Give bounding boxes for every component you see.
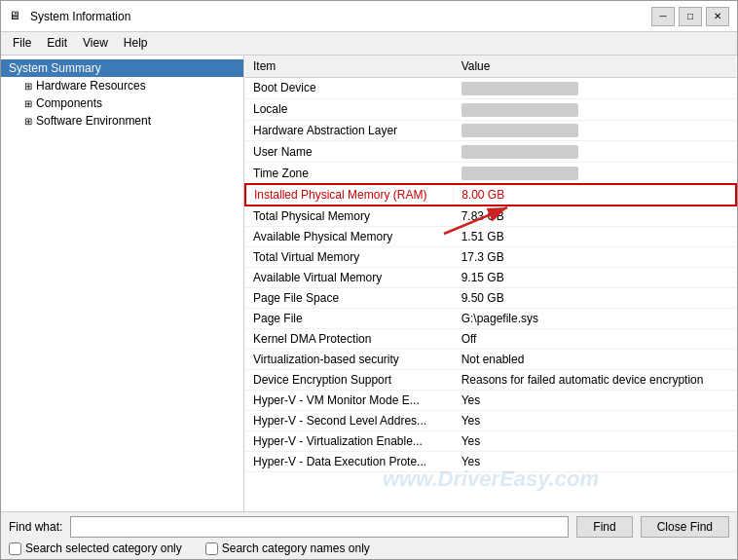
sidebar-label-components: Components: [36, 96, 102, 110]
cell-item-13: Virtualization-based security: [245, 350, 454, 370]
table-row[interactable]: Total Physical Memory7.83 GB: [245, 205, 736, 227]
cell-value-12: Off: [454, 329, 736, 350]
cell-item-8: Total Virtual Memory: [245, 247, 454, 268]
table-row[interactable]: Hyper-V - Virtualization Enable...Yes: [245, 431, 736, 452]
cell-item-17: Hyper-V - Virtualization Enable...: [245, 431, 454, 452]
search-names-text: Search category names only: [222, 541, 370, 555]
table-row[interactable]: Available Virtual Memory9.15 GB: [245, 268, 736, 288]
cell-value-6: 7.83 GB: [454, 205, 736, 227]
search-names-checkbox[interactable]: [205, 542, 218, 555]
sidebar-item-system-summary[interactable]: System Summary: [1, 59, 243, 77]
find-label: Find what:: [9, 520, 62, 534]
table-row[interactable]: Page File Space9.50 GB: [245, 288, 736, 309]
data-table: Item Value Boot Device█████████████Local…: [244, 56, 737, 472]
cell-value-8: 17.3 GB: [454, 247, 736, 268]
table-container: Item Value Boot Device█████████████Local…: [244, 56, 737, 511]
app-icon: 🖥: [9, 9, 24, 24]
table-body: Boot Device█████████████Locale██████████…: [245, 78, 736, 472]
find-input[interactable]: [70, 516, 569, 538]
search-names-label[interactable]: Search category names only: [205, 541, 370, 555]
cell-item-12: Kernel DMA Protection: [245, 329, 454, 350]
expand-icon-software-environment: ⊞: [24, 116, 36, 127]
cell-value-0: █████████████: [454, 78, 736, 99]
menu-item-help[interactable]: Help: [116, 34, 156, 53]
cell-item-0: Boot Device: [245, 78, 454, 99]
cell-item-18: Hyper-V - Data Execution Prote...: [245, 452, 454, 472]
table-row[interactable]: Kernel DMA ProtectionOff: [245, 329, 736, 350]
main-content: System Summary⊞ Hardware Resources⊞ Comp…: [1, 56, 737, 511]
col-item: Item: [245, 56, 454, 78]
checkbox-row: Search selected category only Search cat…: [9, 541, 729, 555]
table-row[interactable]: Device Encryption SupportReasons for fai…: [245, 370, 736, 391]
expand-icon-components: ⊞: [24, 98, 36, 109]
expand-icon-hardware-resources: ⊞: [24, 81, 36, 92]
cell-value-16: Yes: [454, 411, 736, 431]
cell-item-2: Hardware Abstraction Layer: [245, 120, 454, 141]
menu-item-view[interactable]: View: [75, 34, 116, 53]
blurred-value: █████████████: [461, 82, 578, 95]
menu-bar: FileEditViewHelp: [1, 32, 737, 56]
cell-value-2: █████████████: [454, 120, 736, 141]
cell-item-5: Installed Physical Memory (RAM): [245, 184, 454, 205]
table-header: Item Value: [245, 56, 736, 78]
window-title: System Information: [30, 10, 130, 23]
table-row[interactable]: Time Zone█████████████: [245, 163, 736, 184]
cell-item-10: Page File Space: [245, 288, 454, 309]
blurred-value: █████████████: [461, 167, 578, 180]
menu-item-file[interactable]: File: [5, 34, 39, 53]
cell-value-14: Reasons for failed automatic device encr…: [454, 370, 736, 391]
table-row[interactable]: Virtualization-based securityNot enabled: [245, 350, 736, 370]
table-row[interactable]: Available Physical Memory1.51 GB: [245, 227, 736, 247]
cell-item-11: Page File: [245, 309, 454, 329]
cell-item-6: Total Physical Memory: [245, 205, 454, 227]
main-window: 🖥 System Information ─ □ ✕ FileEditViewH…: [0, 0, 738, 560]
maximize-button[interactable]: □: [679, 7, 702, 26]
sidebar-item-software-environment[interactable]: ⊞ Software Environment: [1, 112, 243, 130]
right-panel: Item Value Boot Device█████████████Local…: [244, 56, 737, 511]
cell-value-13: Not enabled: [454, 350, 736, 370]
status-bar: Find what: Find Close Find Search select…: [1, 511, 737, 559]
cell-value-7: 1.51 GB: [454, 227, 736, 247]
table-row[interactable]: Boot Device█████████████: [245, 78, 736, 99]
search-selected-checkbox[interactable]: [9, 542, 21, 555]
sidebar-item-hardware-resources[interactable]: ⊞ Hardware Resources: [1, 77, 243, 94]
close-button[interactable]: ✕: [706, 7, 729, 26]
cell-value-11: G:\pagefile.sys: [454, 309, 736, 329]
search-selected-text: Search selected category only: [25, 541, 182, 555]
blurred-value: █████████████: [461, 103, 578, 117]
cell-value-3: █████████████: [454, 141, 736, 163]
cell-value-9: 9.15 GB: [454, 268, 736, 288]
table-row[interactable]: Hyper-V - Second Level Addres...Yes: [245, 411, 736, 431]
cell-value-10: 9.50 GB: [454, 288, 736, 309]
table-row[interactable]: Total Virtual Memory17.3 GB: [245, 247, 736, 268]
cell-item-15: Hyper-V - VM Monitor Mode E...: [245, 391, 454, 411]
find-button[interactable]: Find: [576, 516, 632, 538]
cell-item-1: Locale: [245, 98, 454, 120]
cell-value-5: 8.00 GB: [454, 184, 736, 205]
blurred-value: █████████████: [461, 124, 578, 137]
cell-item-14: Device Encryption Support: [245, 370, 454, 391]
menu-item-edit[interactable]: Edit: [39, 34, 75, 53]
cell-value-15: Yes: [454, 391, 736, 411]
table-row[interactable]: Hyper-V - Data Execution Prote...Yes: [245, 452, 736, 472]
table-row[interactable]: Locale█████████████: [245, 98, 736, 120]
sidebar: System Summary⊞ Hardware Resources⊞ Comp…: [1, 56, 244, 511]
cell-item-3: User Name: [245, 141, 454, 163]
cell-item-4: Time Zone: [245, 163, 454, 184]
minimize-button[interactable]: ─: [651, 7, 675, 26]
blurred-value: █████████████: [461, 145, 578, 159]
sidebar-label-system-summary: System Summary: [9, 61, 101, 75]
table-row[interactable]: Hyper-V - VM Monitor Mode E...Yes: [245, 391, 736, 411]
close-find-button[interactable]: Close Find: [641, 516, 729, 538]
sidebar-item-components[interactable]: ⊞ Components: [1, 94, 243, 112]
table-row[interactable]: User Name█████████████: [245, 141, 736, 163]
col-value: Value: [454, 56, 736, 78]
search-selected-label[interactable]: Search selected category only: [9, 541, 182, 555]
table-row[interactable]: Installed Physical Memory (RAM)8.00 GB: [245, 184, 736, 205]
cell-value-1: █████████████: [454, 98, 736, 120]
find-row: Find what: Find Close Find: [9, 516, 729, 538]
table-row[interactable]: Page FileG:\pagefile.sys: [245, 309, 736, 329]
table-row[interactable]: Hardware Abstraction Layer█████████████: [245, 120, 736, 141]
window-controls: ─ □ ✕: [651, 7, 729, 26]
title-bar-left: 🖥 System Information: [9, 9, 130, 24]
